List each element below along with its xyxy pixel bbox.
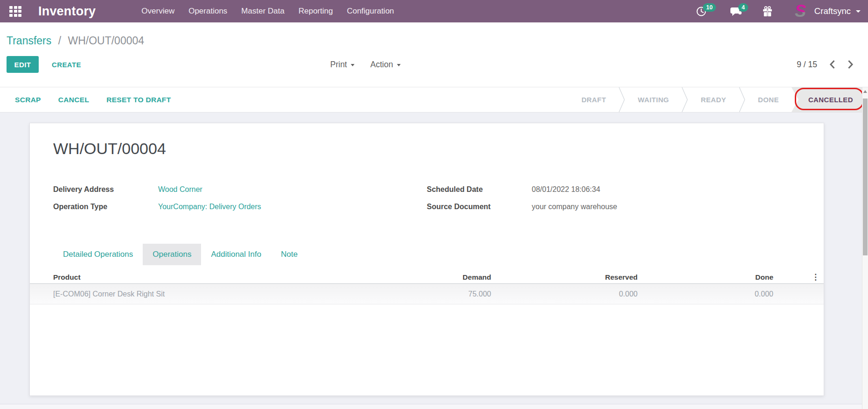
footer-strip xyxy=(0,404,868,409)
field-operation-type: Operation Type YourCompany: Delivery Ord… xyxy=(53,201,427,212)
activities-button[interactable]: 10 xyxy=(696,6,716,17)
print-label: Print xyxy=(330,60,347,70)
nav-item-operations[interactable]: Operations xyxy=(181,0,234,22)
navbar-left: Inventory Overview Operations Master Dat… xyxy=(0,0,401,22)
pager: 9 / 15 xyxy=(797,55,854,74)
pager-count: 9 / 15 xyxy=(797,60,817,70)
gift-icon xyxy=(762,6,773,17)
status-pipeline: DRAFT WAITING READY DONE CANCELLED xyxy=(569,87,862,112)
chevron-down-icon xyxy=(351,64,354,66)
state-cancelled-active[interactable]: CANCELLED xyxy=(792,87,862,112)
field-label: Operation Type xyxy=(53,201,158,212)
scrap-button[interactable]: SCRAP xyxy=(15,96,41,104)
chevron-right-icon xyxy=(847,60,854,69)
scheduled-date-value: 08/01/2022 18:06:34 xyxy=(532,184,600,195)
pipeline-arrow-icon xyxy=(739,87,745,112)
nav-menu: Overview Operations Master Data Reportin… xyxy=(134,0,401,22)
control-panel: Transfers / WH/OUT/00004 EDIT CREATE Pri… xyxy=(0,22,868,87)
cell-demand: 75.000 xyxy=(398,290,491,298)
content-area: WH/OUT/00004 Delivery Address Wood Corne… xyxy=(0,123,868,409)
breadcrumb-current: WH/OUT/00004 xyxy=(68,35,144,47)
state-cancelled-wrap: CANCELLED xyxy=(792,87,862,112)
tab-operations[interactable]: Operations xyxy=(143,244,201,265)
state-ready[interactable]: READY xyxy=(688,87,739,112)
operations-table: Product Demand Reserved Done ⋮ [E-COM06]… xyxy=(30,271,824,304)
nav-item-reporting[interactable]: Reporting xyxy=(292,0,340,22)
rewards-button[interactable] xyxy=(762,6,773,17)
cancel-button[interactable]: CANCEL xyxy=(58,96,89,104)
scrollbar[interactable] xyxy=(862,87,868,409)
nav-item-master-data[interactable]: Master Data xyxy=(234,0,292,22)
app-title[interactable]: Inventory xyxy=(38,4,96,19)
print-dropdown[interactable]: Print xyxy=(330,60,354,70)
vertical-dots-icon[interactable]: ⋮ xyxy=(812,273,819,282)
column-header-demand: Demand xyxy=(398,273,491,282)
state-draft[interactable]: DRAFT xyxy=(569,87,619,112)
left-controls: EDIT CREATE xyxy=(7,56,84,73)
center-controls: Print Action xyxy=(330,55,401,74)
cell-reserved: 0.000 xyxy=(491,290,638,298)
column-header-done: Done xyxy=(638,273,773,282)
cell-product: [E-COM06] Corner Desk Right Sit xyxy=(30,290,398,298)
scrollbar-thumb[interactable] xyxy=(863,99,868,255)
statusbar-buttons: SCRAP CANCEL RESET TO DRAFT xyxy=(15,87,171,112)
activities-count-badge: 10 xyxy=(703,3,716,12)
field-label: Source Document xyxy=(427,201,532,212)
field-delivery-address: Delivery Address Wood Corner xyxy=(53,184,427,195)
scroll-up-arrow-icon[interactable] xyxy=(863,90,867,93)
delivery-address-link[interactable]: Wood Corner xyxy=(158,184,202,195)
user-menu[interactable]: S Craftsync xyxy=(791,2,861,20)
nav-item-overview[interactable]: Overview xyxy=(134,0,181,22)
table-row[interactable]: [E-COM06] Corner Desk Right Sit 75.000 0… xyxy=(30,284,824,304)
apps-menu-icon[interactable] xyxy=(7,3,24,20)
action-dropdown[interactable]: Action xyxy=(370,60,401,70)
messages-button[interactable]: 4 xyxy=(730,6,748,17)
tab-note[interactable]: Note xyxy=(271,244,307,265)
column-header-reserved: Reserved xyxy=(491,273,638,282)
field-group-left: Delivery Address Wood Corner Operation T… xyxy=(53,184,427,219)
tab-additional-info[interactable]: Additional Info xyxy=(201,244,271,265)
notebook-tabs: Detailed Operations Operations Additiona… xyxy=(53,244,824,265)
breadcrumb: Transfers / WH/OUT/00004 xyxy=(7,34,868,48)
field-source-document: Source Document your company warehouse xyxy=(427,201,800,212)
pipeline-arrow-icon xyxy=(681,87,688,112)
breadcrumb-transfers-link[interactable]: Transfers xyxy=(7,35,51,47)
company-logo: S xyxy=(791,2,810,20)
field-label: Delivery Address xyxy=(53,184,158,195)
table-options: ⋮ xyxy=(773,273,824,282)
edit-button[interactable]: EDIT xyxy=(7,56,39,73)
svg-text:S: S xyxy=(795,2,806,20)
state-waiting[interactable]: WAITING xyxy=(625,87,681,112)
top-navbar: Inventory Overview Operations Master Dat… xyxy=(0,0,868,22)
statusbar: SCRAP CANCEL RESET TO DRAFT DRAFT WAITIN… xyxy=(0,87,868,113)
column-header-product: Product xyxy=(30,273,398,282)
chevron-down-icon xyxy=(397,64,401,66)
field-scheduled-date: Scheduled Date 08/01/2022 18:06:34 xyxy=(427,184,800,195)
nav-item-configuration[interactable]: Configuration xyxy=(340,0,401,22)
pipeline-arrow-icon xyxy=(618,87,625,112)
table-header: Product Demand Reserved Done ⋮ xyxy=(30,271,824,284)
pager-next-button[interactable] xyxy=(847,60,854,69)
navbar-right: 10 4 xyxy=(696,2,861,20)
chevron-left-icon xyxy=(829,60,835,69)
state-done[interactable]: DONE xyxy=(745,87,792,112)
control-row: EDIT CREATE Print Action 9 / 15 xyxy=(0,55,868,74)
action-label: Action xyxy=(370,60,393,70)
field-groups: Delivery Address Wood Corner Operation T… xyxy=(53,184,800,219)
document-title: WH/OUT/00004 xyxy=(53,139,824,158)
create-button[interactable]: CREATE xyxy=(49,60,84,69)
chevron-down-icon xyxy=(856,10,861,13)
user-name: Craftsync xyxy=(814,6,851,16)
operation-type-link[interactable]: YourCompany: Delivery Orders xyxy=(158,201,261,212)
pager-previous-button[interactable] xyxy=(829,60,835,69)
reset-to-draft-button[interactable]: RESET TO DRAFT xyxy=(106,96,171,104)
cell-done: 0.000 xyxy=(638,290,773,298)
breadcrumb-separator: / xyxy=(58,35,61,47)
field-group-right: Scheduled Date 08/01/2022 18:06:34 Sourc… xyxy=(427,184,800,219)
tab-detailed-operations[interactable]: Detailed Operations xyxy=(53,244,143,265)
form-sheet: WH/OUT/00004 Delivery Address Wood Corne… xyxy=(29,123,824,396)
messages-count-badge: 4 xyxy=(738,3,748,12)
source-document-value: your company warehouse xyxy=(532,201,617,212)
field-label: Scheduled Date xyxy=(427,184,532,195)
